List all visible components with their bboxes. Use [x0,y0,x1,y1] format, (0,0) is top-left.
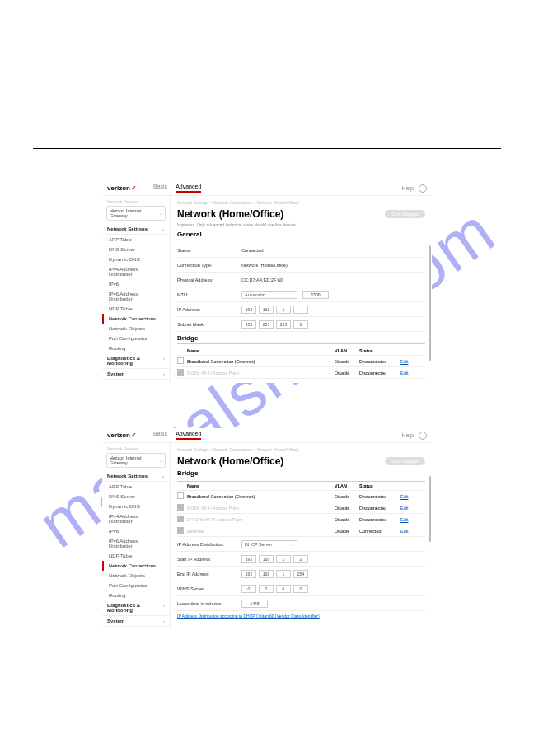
mask-octet[interactable]: 255 [276,320,291,329]
mask-octet[interactable]: 255 [259,320,274,329]
sidebar-item[interactable]: Port Configuration [102,581,170,590]
warning-text: Important. Only advanced technical users… [177,222,425,227]
sidebar-item[interactable]: IPv4 Address Distribution [102,511,170,526]
mtu-select[interactable]: Automatic⌄ [241,291,297,299]
edit-link[interactable]: Edit [400,529,425,534]
chevron-down-icon: ⌄ [159,211,162,216]
edit-link[interactable]: Edit [400,359,425,364]
sidebar-item[interactable]: DNS Server [102,492,170,502]
sidebar-item[interactable]: Network Objects [102,571,170,581]
sidebar-item[interactable]: IPv6 [102,526,170,536]
sidebar-item[interactable]: IPv6 Address Distribution [102,289,170,304]
ip-dist-select[interactable]: DHCP Server⌄ [241,540,297,548]
table-row: 5 GHz Wi-Fi Access PointDisableDisconnec… [177,502,425,514]
sidebar-item[interactable]: Port Configuration [102,334,170,343]
checkbox[interactable] [177,357,184,364]
mask-octet[interactable]: 255 [241,320,256,329]
sidebar-item-network-connections[interactable]: Network Connections [102,561,170,571]
ip-octet[interactable]: 1 [276,306,291,314]
lease-input[interactable]: 1440 [241,600,268,608]
section-bridge: Bridge [177,469,425,478]
sidebar-item-network-connections[interactable]: Network Connections [102,314,170,324]
sidebar-item[interactable]: ARP Table [102,482,170,492]
sidebar-system[interactable]: System› [102,369,170,380]
screenshot-1: verizon✓ Basic Advanced Help Network Dev… [102,181,432,383]
sidebar-item[interactable]: IPv4 Address Distribution [102,264,170,279]
help-link[interactable]: Help [402,432,414,438]
screenshot-2: verizon✓ Basic Advanced Help Network Dev… [102,428,432,630]
sidebar-item[interactable]: DNS Server [102,245,170,254]
edit-link[interactable]: Edit [400,371,425,376]
sidebar-item[interactable]: Dynamic DNS [102,502,170,511]
checkbox[interactable] [177,492,184,499]
sidebar-diagnostics[interactable]: Diagnostics & Monitoring› [102,600,170,616]
ip-octet[interactable]: 192 [241,306,256,314]
gear-icon[interactable] [419,184,427,193]
edit-link[interactable]: Edit [400,494,425,499]
table-row: Broadband Connection (Ethernet)DisableDi… [177,491,425,502]
table-row: 5 GHz Wi-Fi Access PointDisableDisconnec… [177,367,425,379]
sidebar-item[interactable]: NDP Table [102,551,170,561]
sidebar-item[interactable]: IPv6 [102,279,170,289]
brand-logo: verizon✓ [107,432,137,439]
checkbox[interactable] [177,369,184,376]
breadcrumb: Network Settings > Network Connections >… [177,447,425,452]
section-general: General [177,231,425,240]
breadcrumb: Network Settings > Network Connections >… [177,200,425,205]
save-button[interactable]: Save Changes [385,457,425,465]
sidebar-item[interactable]: ARP Table [102,235,170,245]
checkbox[interactable] [177,527,184,534]
mask-octet[interactable]: 0 [293,320,308,329]
sidebar-item[interactable]: Routing [102,343,170,353]
scrollbar[interactable] [429,476,431,542]
sidebar-item[interactable]: Dynamic DNS [102,254,170,264]
sidebar-diagnostics[interactable]: Diagnostics & Monitoring› [102,353,170,369]
gear-icon[interactable] [419,432,427,440]
table-row: EthernetDisableConnectedEdit [177,525,425,537]
ip-octet[interactable]: 168 [259,306,274,314]
dhcp-option-link[interactable]: IP Address Distribution according to DHC… [177,611,425,621]
sidebar-item[interactable]: IPv6 Address Distribution [102,536,170,551]
page-title: Network (Home/Office) [177,455,283,467]
checkbox[interactable] [177,504,184,511]
edit-link[interactable]: Edit [400,506,425,511]
tab-advanced[interactable]: Advanced [176,184,201,193]
sidebar-item[interactable]: Routing [102,590,170,600]
ip-octet[interactable] [293,306,308,314]
save-button[interactable]: Save Changes [385,210,425,218]
sidebar-network-settings[interactable]: Network Settings⌄ [102,471,170,482]
page-title: Network (Home/Office) [177,208,283,220]
mtu-input[interactable]: 1500 [302,291,329,299]
scrollbar[interactable] [429,245,431,361]
sidebar: Network Devices Verizon Internet Gateway… [102,196,171,383]
tab-advanced[interactable]: Advanced [176,431,201,440]
section-bridge: Bridge [177,334,425,344]
sidebar-item[interactable]: NDP Table [102,304,170,314]
edit-link[interactable]: Edit [400,517,425,522]
brand-logo: verizon✓ [107,184,137,192]
checkbox[interactable] [177,516,184,522]
table-row: Broadband Connection (Ethernet)DisableDi… [177,356,425,367]
tab-basic[interactable]: Basic [153,431,167,440]
table-row: 2.4 GHz Wi-Fi Access PointDisableDisconn… [177,514,425,525]
sidebar-network-settings[interactable]: Network Settings⌄ [102,224,170,235]
device-select[interactable]: Verizon Internet Gateway⌄ [106,206,166,221]
sidebar-item[interactable]: Network Objects [102,324,170,334]
sidebar: Network Devices Verizon Internet Gateway… [102,443,171,630]
tab-basic[interactable]: Basic [153,184,167,193]
sidebar-system[interactable]: System› [102,616,170,627]
device-select[interactable]: Verizon Internet Gateway⌄ [106,453,166,468]
help-link[interactable]: Help [402,185,414,191]
